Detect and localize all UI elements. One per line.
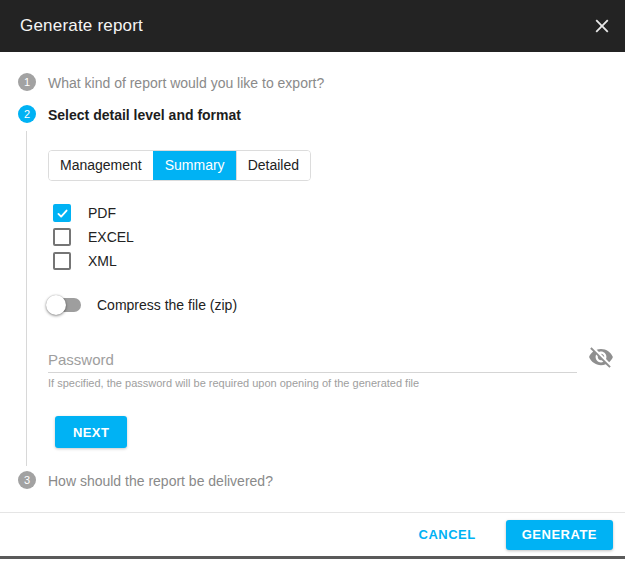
compress-toggle-knob[interactable] xyxy=(46,295,66,315)
password-input[interactable] xyxy=(48,347,577,373)
excel-label: EXCEL xyxy=(88,229,134,245)
generate-report-dialog: Generate report 1 What kind of report wo… xyxy=(0,0,625,561)
stepper-connector-line xyxy=(26,131,27,466)
password-helper-text: If specified, the password will be requi… xyxy=(48,377,419,389)
step-3-circle: 3 xyxy=(18,471,36,489)
tab-summary[interactable]: Summary xyxy=(153,151,236,180)
dialog-footer: CANCEL GENERATE xyxy=(0,513,625,556)
detail-level-tab-group: Management Summary Detailed xyxy=(48,150,311,181)
xml-checkbox[interactable] xyxy=(53,252,71,270)
visibility-off-icon xyxy=(588,358,614,373)
compress-toggle-label: Compress the file (zip) xyxy=(97,297,237,313)
format-row-excel: EXCEL xyxy=(53,228,134,246)
close-button[interactable] xyxy=(591,15,613,37)
pdf-label: PDF xyxy=(88,205,116,221)
step-1-label: What kind of report would you like to ex… xyxy=(48,75,324,91)
next-button[interactable]: NEXT xyxy=(55,416,127,448)
excel-checkbox[interactable] xyxy=(53,228,71,246)
dialog-header: Generate report xyxy=(0,0,625,52)
step-2-label: Select detail level and format xyxy=(48,107,241,123)
tab-detailed[interactable]: Detailed xyxy=(236,151,310,180)
step-1-circle: 1 xyxy=(18,73,36,91)
format-row-xml: XML xyxy=(53,252,117,270)
step-3-label: How should the report be delivered? xyxy=(48,473,273,489)
close-icon xyxy=(591,25,613,40)
pdf-checkbox[interactable] xyxy=(53,204,71,222)
format-row-pdf: PDF xyxy=(53,204,116,222)
step-2-circle: 2 xyxy=(18,105,36,123)
backdrop-edge xyxy=(0,556,625,559)
cancel-button[interactable]: CANCEL xyxy=(419,527,476,542)
toggle-password-visibility-button[interactable] xyxy=(588,344,614,370)
generate-button[interactable]: GENERATE xyxy=(506,520,613,550)
dialog-title: Generate report xyxy=(20,0,143,52)
xml-label: XML xyxy=(88,253,117,269)
tab-management[interactable]: Management xyxy=(49,151,153,180)
